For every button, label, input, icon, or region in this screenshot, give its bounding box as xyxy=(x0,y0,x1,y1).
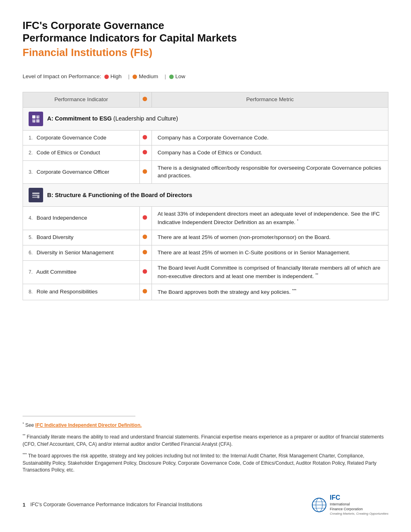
row5-num: 5. xyxy=(29,235,33,240)
section-a-title-rest: (Leadership and Culture) xyxy=(113,115,178,122)
dot-high-icon xyxy=(104,75,109,79)
row5-dot-icon xyxy=(143,235,147,239)
sep1: | xyxy=(128,73,130,81)
row2-indicator: 2. Code of Ethics or Conduct xyxy=(23,145,140,161)
row1-indicator-text: Corporate Governance Code xyxy=(37,135,106,141)
legend-label: Level of Impact on Performance: xyxy=(23,73,101,81)
svg-point-10 xyxy=(37,196,39,198)
row6-indicator: 6. Diversity in Senior Management xyxy=(23,245,140,261)
svg-rect-8 xyxy=(32,195,39,196)
title-sub: Financial Institutions (FIs) xyxy=(23,45,388,60)
footnote-2: ** Financially literate means the abilit… xyxy=(23,433,388,448)
row3-num: 3. xyxy=(29,169,33,175)
svg-rect-3 xyxy=(36,119,39,123)
footnote-divider xyxy=(23,416,135,421)
row7-num: 7. xyxy=(29,269,33,275)
row1-num: 1. xyxy=(29,135,33,141)
title-block: IFC's Corporate Governance Performance I… xyxy=(23,19,388,60)
row1-dot-icon xyxy=(143,135,147,139)
table-row: 8. Role and Responsibilities The Board a… xyxy=(23,284,388,300)
footnote-1: * See IFC Indicative Independent Directo… xyxy=(23,421,388,429)
row7-dot xyxy=(140,261,152,284)
table-row: 5. Board Diversity There are at least 25… xyxy=(23,230,388,245)
title-line2: Performance Indicators for Capital Marke… xyxy=(23,32,237,44)
footnote-3: *** The board approves the risk appetite… xyxy=(23,452,388,474)
row4-dot-icon xyxy=(143,215,147,220)
row8-dot xyxy=(140,284,152,300)
row7-metric: The Board level Audit Committee is compr… xyxy=(152,261,388,284)
row4-indicator-text: Board Independence xyxy=(37,215,87,221)
section-a-icon: E S G xyxy=(29,112,43,126)
table-row: 3. Corporate Governance Officer There is… xyxy=(23,161,388,184)
table-row: 4. Board Independence At least 33% of in… xyxy=(23,207,388,230)
svg-rect-7 xyxy=(32,193,39,194)
row8-metric: The Board approves both the strategy and… xyxy=(152,284,388,300)
row7-indicator-text: Audit Committee xyxy=(36,269,77,275)
footer-text: IFC's Corporate Governance Performance I… xyxy=(30,501,202,509)
legend-row: Level of Impact on Performance: High | M… xyxy=(23,73,388,81)
row7-indicator: 7. Audit Committee xyxy=(23,261,140,284)
svg-text:E: E xyxy=(33,116,35,119)
row7-dot-icon xyxy=(143,269,147,274)
legend-low-label: Low xyxy=(175,73,185,81)
table-header-row: Performance Indicator Performance Metric xyxy=(23,92,388,107)
row8-dot-icon xyxy=(143,289,147,293)
ifc-tagline: Creating Markets, Creating Opportunities xyxy=(330,512,388,516)
row2-metric: Company has a Code of Ethics or Conduct. xyxy=(152,145,388,161)
board-icon-svg xyxy=(31,191,40,200)
row2-indicator-text: Code of Ethics or Conduct xyxy=(37,150,100,156)
table-row: 7. Audit Committee The Board level Audit… xyxy=(23,261,388,284)
row8-indicator-text: Role and Responsibilities xyxy=(37,289,98,295)
row2-num: 2. xyxy=(29,150,33,156)
footer-left: 1 IFC's Corporate Governance Performance… xyxy=(23,501,202,509)
legend-medium: Medium xyxy=(133,73,158,81)
row4-indicator: 4. Board Independence xyxy=(23,207,140,230)
header-dot-icon xyxy=(143,97,147,101)
dot-medium-icon xyxy=(133,75,137,79)
row6-dot-icon xyxy=(143,250,147,254)
row5-indicator-text: Board Diversity xyxy=(37,234,74,240)
section-a-title: A: Commitment to ESG (Leadership and Cul… xyxy=(47,114,178,123)
section-b-header: B: Structure & Functioning of the Board … xyxy=(23,184,388,207)
row5-indicator: 5. Board Diversity xyxy=(23,230,140,245)
row5-dot xyxy=(140,230,152,245)
legend-medium-label: Medium xyxy=(139,73,158,81)
page-footer: 1 IFC's Corporate Governance Performance… xyxy=(23,490,388,516)
row1-indicator: 1. Corporate Governance Code xyxy=(23,130,140,145)
row3-metric: There is a designated officer/body respo… xyxy=(152,161,388,184)
row6-dot xyxy=(140,245,152,261)
table-row: 2. Code of Ethics or Conduct Company has… xyxy=(23,145,388,161)
main-table: Performance Indicator Performance Metric xyxy=(23,92,388,300)
section-b-content: B: Structure & Functioning of the Board … xyxy=(29,188,382,202)
row6-indicator-text: Diversity in Senior Management xyxy=(37,249,114,256)
row8-num: 8. xyxy=(29,289,33,295)
page-number: 1 xyxy=(23,501,25,509)
legend-high-label: High xyxy=(110,73,122,81)
section-b-title-bold: B: Structure & Functioning of the Board … xyxy=(47,192,192,198)
section-a-title-bold: A: Commitment to ESG xyxy=(47,115,112,122)
row1-dot xyxy=(140,130,152,145)
row5-metric: There are at least 25% of women (non-pro… xyxy=(152,230,388,245)
section-a-cell: E S G A: Commitment to ESG (Leadership a… xyxy=(23,107,388,130)
table-row: 1. Corporate Governance Code Company has… xyxy=(23,130,388,145)
svg-rect-9 xyxy=(32,197,37,198)
row3-dot-icon xyxy=(143,169,147,174)
row8-indicator: 8. Role and Responsibilities xyxy=(23,284,140,300)
ifc-fullname: InternationalFinance Corporation xyxy=(330,502,388,511)
row2-dot xyxy=(140,145,152,161)
ifc-logo-text: IFC xyxy=(330,494,340,502)
col-metric-header: Performance Metric xyxy=(152,92,388,107)
section-a-content: E S G A: Commitment to ESG (Leadership a… xyxy=(29,112,382,126)
svg-text:S: S xyxy=(37,116,39,119)
footnote-link[interactable]: IFC Indicative Independent Director Defi… xyxy=(35,422,142,428)
svg-text:G: G xyxy=(33,120,35,123)
row1-metric: Company has a Corporate Governance Code. xyxy=(152,130,388,145)
row6-num: 6. xyxy=(29,250,33,256)
row4-metric: At least 33% of independent directors me… xyxy=(152,207,388,230)
ifc-logo: IFC InternationalFinance Corporation Cre… xyxy=(311,494,388,516)
col-indicator-header: Performance Indicator xyxy=(23,92,140,107)
row6-metric: There are at least 25% of women in C-Sui… xyxy=(152,245,388,261)
legend-low: Low xyxy=(169,73,185,81)
row3-dot xyxy=(140,161,152,184)
section-a-header: E S G A: Commitment to ESG (Leadership a… xyxy=(23,107,388,130)
